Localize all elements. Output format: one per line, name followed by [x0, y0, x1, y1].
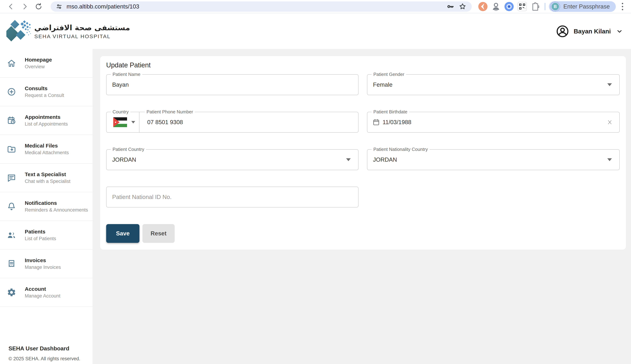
calendar-icon — [372, 118, 380, 126]
patient-name-field[interactable]: Patient Name Bayan — [106, 74, 358, 95]
patient-birthdate-field[interactable]: Patient Birthdate 11/03/1988 — [367, 112, 620, 133]
patient-nationality-value: JORDAN — [373, 156, 397, 163]
sidebar-item-appointments[interactable]: AppointmentsList of Appointments — [0, 106, 93, 135]
avatar-icon — [556, 24, 569, 38]
patient-national-id-placeholder: Patient National ID No. — [112, 194, 172, 200]
browser-toolbar: mso.altibb.com/patients/103 — [0, 0, 631, 13]
patient-country-select[interactable]: Patient Country JORDAN — [106, 149, 358, 170]
country-code-select[interactable] — [107, 112, 140, 132]
user-menu[interactable]: Bayan Kilani — [556, 24, 623, 38]
patient-birthdate-value: 11/03/1988 — [383, 119, 411, 126]
country-label: Country — [111, 109, 130, 114]
reset-button[interactable]: Reset — [143, 224, 175, 243]
chat-icon — [7, 173, 16, 182]
sidebar-item-account[interactable]: AccountManage Account — [0, 278, 93, 307]
sidebar-item-sublabel: Request a Consult — [25, 93, 64, 98]
gear-icon — [7, 288, 16, 297]
password-key-icon[interactable] — [446, 2, 455, 11]
plus-circle-icon — [7, 87, 16, 96]
dropdown-arrow-icon — [131, 121, 135, 124]
patient-name-label: Patient Name — [111, 72, 142, 77]
extensions-row — [476, 2, 542, 12]
dropdown-arrow-icon — [607, 158, 612, 161]
seha-logo: مستشفى صحة الافتراضي SEHA VIRTUAL HOSPIT… — [6, 20, 130, 43]
update-patient-card: Update Patient Patient Name Bayan Patien… — [100, 56, 626, 250]
seha-logo-mark — [6, 20, 32, 43]
patient-country-label: Patient Country — [111, 147, 146, 152]
forward-icon[interactable] — [21, 2, 29, 11]
passphrase-badge-ring: B — [550, 2, 560, 12]
patient-gender-select[interactable]: Patient Gender Female — [367, 74, 620, 95]
chevron-down-icon — [616, 28, 623, 35]
user-name: Bayan Kilani — [574, 28, 611, 35]
patient-country-value: JORDAN — [112, 156, 136, 163]
sidebar-item-homepage[interactable]: HomepageOverview — [0, 49, 93, 78]
extension-eye-icon[interactable] — [504, 2, 514, 12]
logo-text: مستشفى صحة الافتراضي SEHA VIRTUAL HOSPIT… — [34, 23, 130, 40]
extension-clipboard-icon[interactable] — [530, 2, 540, 12]
sidebar-item-sublabel: Reminders & Announcements — [25, 207, 88, 213]
calendar-clock-icon — [7, 116, 16, 125]
patient-phone-label: Patient Phone Number — [145, 109, 195, 114]
jordan-flag-icon — [113, 117, 127, 127]
sidebar-item-patients[interactable]: PatientsList of Patients — [0, 221, 93, 250]
passphrase-label: Enter Passphrase — [563, 3, 610, 10]
site-info-icon[interactable] — [55, 3, 63, 10]
bookmark-star-icon[interactable] — [458, 2, 467, 11]
enter-passphrase-button[interactable]: B Enter Passphrase — [549, 1, 616, 12]
patient-gender-value: Female — [373, 81, 392, 88]
sidebar-item-sublabel: Manage Account — [25, 293, 60, 299]
logo-title-arabic: مستشفى صحة الافتراضي — [34, 23, 130, 32]
app-header: مستشفى صحة الافتراضي SEHA VIRTUAL HOSPIT… — [0, 14, 631, 49]
patient-national-id-field[interactable]: Patient National ID No. — [106, 186, 358, 208]
sidebar-item-invoices[interactable]: InvoicesManage Invoices — [0, 250, 93, 278]
sidebar-item-consults[interactable]: ConsultsRequest a Consult — [0, 78, 93, 106]
clear-date-icon[interactable] — [606, 119, 613, 126]
sidebar-item-medical-files[interactable]: Medical FilesMedical Attachments — [0, 135, 93, 164]
patient-gender-label: Patient Gender — [372, 72, 406, 77]
logo-subtitle: SEHA VIRTUAL HOSPITAL — [34, 34, 130, 40]
copyright-text: © 2025 SEHA. All rights reserved. — [9, 356, 80, 362]
patient-nationality-select[interactable]: Patient Nationality Country JORDAN — [367, 149, 620, 170]
receipt-icon — [7, 259, 16, 268]
page-title: Update Patient — [106, 61, 151, 69]
menu-dots-icon[interactable] — [620, 2, 625, 11]
toolbar-divider — [545, 3, 545, 10]
patient-phone-value[interactable]: 07 8501 9308 — [147, 119, 183, 126]
sidebar-item-notifications[interactable]: NotificationsReminders & Announcements — [0, 192, 93, 221]
sidebar-footer: SEHA User Dashboard © 2025 SEHA. All rig… — [9, 345, 80, 362]
reload-icon[interactable] — [34, 2, 43, 11]
folder-download-icon — [7, 144, 16, 154]
sidebar-item-sublabel: Medical Attachments — [25, 150, 69, 156]
back-icon[interactable] — [7, 2, 15, 11]
sidebar-item-label: Homepage — [25, 57, 52, 63]
main-content: Update Patient Patient Name Bayan Patien… — [93, 49, 631, 364]
address-bar[interactable]: mso.altibb.com/patients/103 — [51, 2, 472, 12]
extension-profile-icon[interactable] — [491, 2, 501, 12]
passphrase-badge: B — [551, 3, 559, 10]
patient-birthdate-label: Patient Birthdate — [372, 109, 409, 114]
sidebar-item-label: Appointments — [25, 114, 68, 120]
dropdown-arrow-icon — [346, 158, 351, 161]
people-icon — [7, 230, 16, 240]
extension-qr-icon[interactable] — [517, 2, 527, 12]
sidebar-item-sublabel: Chat with a Specialist — [25, 179, 71, 184]
extension-orange-icon[interactable] — [478, 2, 488, 12]
save-button[interactable]: Save — [106, 224, 140, 243]
sidebar-item-label: Invoices — [25, 257, 61, 263]
sidebar-item-sublabel: Overview — [25, 64, 52, 70]
patient-name-value: Bayan — [112, 81, 129, 88]
url-text[interactable]: mso.altibb.com/patients/103 — [67, 3, 443, 10]
phone-compound-field: Country Patient Phone Number 07 8501 930… — [106, 112, 358, 133]
bell-icon — [7, 202, 16, 211]
sidebar-item-sublabel: List of Appointments — [25, 121, 68, 127]
screen: mso.altibb.com/patients/103 — [0, 0, 631, 364]
sidebar-item-label: Medical Files — [25, 143, 69, 149]
home-icon — [7, 58, 16, 68]
sidebar-item-label: Text a Specialist — [25, 172, 71, 178]
sidebar-item-text-specialist[interactable]: Text a SpecialistChat with a Specialist — [0, 164, 93, 192]
sidebar-item-label: Consults — [25, 86, 64, 92]
sidebar-item-label: Notifications — [25, 200, 88, 206]
patient-nationality-label: Patient Nationality Country — [372, 147, 430, 152]
dropdown-arrow-icon — [607, 83, 612, 86]
